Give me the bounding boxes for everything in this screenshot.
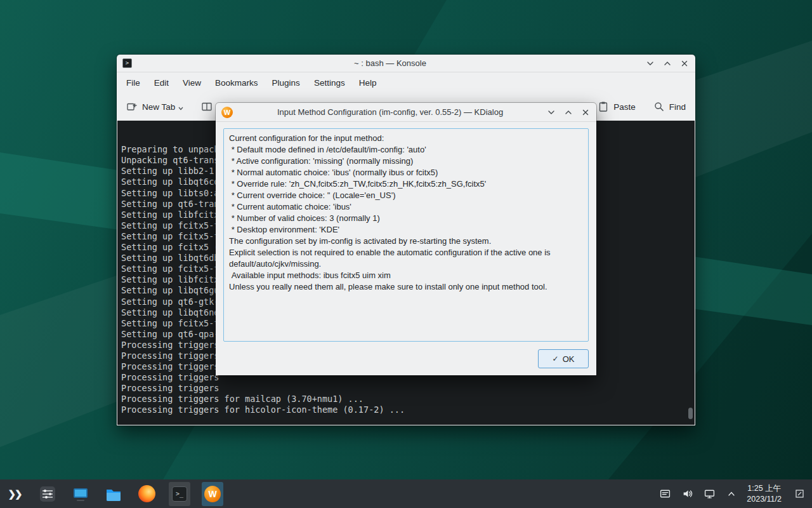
minimize-button[interactable] (645, 58, 655, 69)
dialog-message-line: * Current override choice: '' (Locale='e… (229, 190, 583, 201)
menu-item[interactable]: Bookmarks (208, 75, 265, 91)
dialog-minimize-button[interactable] (546, 107, 556, 117)
file-manager-button[interactable] (103, 482, 124, 506)
menu-item[interactable]: Plugins (265, 75, 307, 91)
firefox-button[interactable] (136, 482, 157, 506)
clock-widget[interactable]: 1:25 上午 2023/11/2 (747, 483, 782, 504)
dialog-message-line: Current configuration for the input meth… (229, 133, 583, 144)
sliders-icon (39, 485, 56, 503)
dialog-message-line: Available input methods: ibus fcitx5 uim… (229, 270, 583, 281)
find-button[interactable]: Find (653, 101, 686, 112)
dialog-title: Input Method Configuration (im-config, v… (241, 107, 539, 117)
menu-item[interactable]: Help (352, 75, 384, 91)
show-desktop-button[interactable] (792, 482, 807, 506)
chevron-up-icon (727, 490, 736, 498)
dialog-message-line: * Desktop environment: 'KDE' (229, 224, 583, 236)
volume-tray-button[interactable] (681, 488, 693, 500)
dialog-titlebar[interactable]: W Input Method Configuration (im-config,… (216, 103, 596, 122)
dialog-close-button[interactable] (580, 107, 591, 117)
volume-icon (682, 488, 693, 499)
dialog-message-line: * Override rule: 'zh_CN,fcitx5:zh_TW,fci… (229, 178, 583, 190)
konsole-window-title: ~ : bash — Konsole (142, 58, 638, 68)
dialog-message-line: * Current automatic choice: 'ibus' (229, 201, 583, 213)
check-icon: ✓ (553, 354, 559, 363)
menu-item[interactable]: Settings (307, 75, 352, 91)
task-manager-settings-button[interactable] (37, 482, 58, 506)
monitor-icon (72, 485, 89, 503)
dialog-message-line: Unless you really need them all, please … (229, 281, 583, 293)
screen-layout-icon (704, 488, 715, 499)
dialog-message-line: * Number of valid choices: 3 (normally 1… (229, 213, 583, 224)
taskbar-konsole-task[interactable]: >_ (169, 482, 190, 506)
new-tab-icon (126, 101, 138, 112)
dialog-message-line: * Normal automatic choice: 'ibus' (norma… (229, 167, 583, 178)
paste-button[interactable]: Paste (598, 101, 636, 112)
im-config-dialog-icon: W (221, 107, 233, 118)
terminal-line: Processing triggers for hicolor-icon-the… (121, 404, 695, 415)
dialog-message-line: * Default mode defined in /etc/default/i… (229, 144, 583, 156)
paste-icon (598, 101, 609, 112)
menu-item[interactable]: View (176, 75, 208, 91)
terminal-line: Processing triggers (121, 383, 695, 394)
maximize-button[interactable] (662, 58, 672, 69)
app-launcher-button[interactable]: ❯❯ (4, 482, 25, 506)
ok-button[interactable]: ✓ OK (538, 349, 589, 368)
konsole-window-icon: > (122, 58, 132, 68)
menu-item[interactable]: Edit (147, 75, 176, 91)
menu-item[interactable]: File (119, 75, 147, 91)
clock-time: 1:25 上午 (747, 483, 782, 493)
display-settings-button[interactable] (70, 482, 91, 506)
taskbar: ❯❯ >_ W (0, 479, 812, 508)
konsole-titlebar[interactable]: > ~ : bash — Konsole (117, 55, 695, 72)
dialog-message-line: The configuration set by im-config is ac… (229, 236, 583, 247)
dialog-message-box: Current configuration for the input meth… (223, 128, 589, 342)
app-launcher-icon: ❯❯ (8, 488, 21, 500)
screen-layout-tray-button[interactable] (703, 488, 716, 500)
scrollbar-thumb[interactable] (688, 408, 693, 419)
chevron-down-icon (178, 107, 183, 110)
dialog-message-line: Explicit selection is not required to en… (229, 247, 583, 270)
terminal-line: Processing triggers for mailcap (3.70+nm… (121, 394, 695, 404)
notifications-tray-button[interactable] (658, 488, 671, 500)
split-view-icon (201, 101, 213, 112)
dialog-message-line: * Active configuration: 'missing' (norma… (229, 156, 583, 167)
im-config-icon: W (204, 486, 221, 502)
close-button[interactable] (679, 58, 690, 69)
expand-tray-button[interactable] (725, 488, 738, 500)
dialog-maximize-button[interactable] (563, 107, 573, 117)
show-desktop-icon (795, 489, 804, 498)
notifications-icon (660, 488, 671, 499)
folder-icon (105, 485, 122, 503)
search-icon (653, 101, 665, 112)
taskbar-im-config-task[interactable]: W (202, 482, 223, 506)
konsole-icon: >_ (172, 486, 187, 502)
firefox-icon (138, 485, 155, 502)
new-tab-button[interactable]: New Tab (126, 101, 183, 112)
clock-date: 2023/11/2 (747, 494, 782, 504)
konsole-menubar: FileEditViewBookmarksPluginsSettingsHelp (117, 72, 695, 93)
im-config-dialog: W Input Method Configuration (im-config,… (216, 103, 596, 375)
